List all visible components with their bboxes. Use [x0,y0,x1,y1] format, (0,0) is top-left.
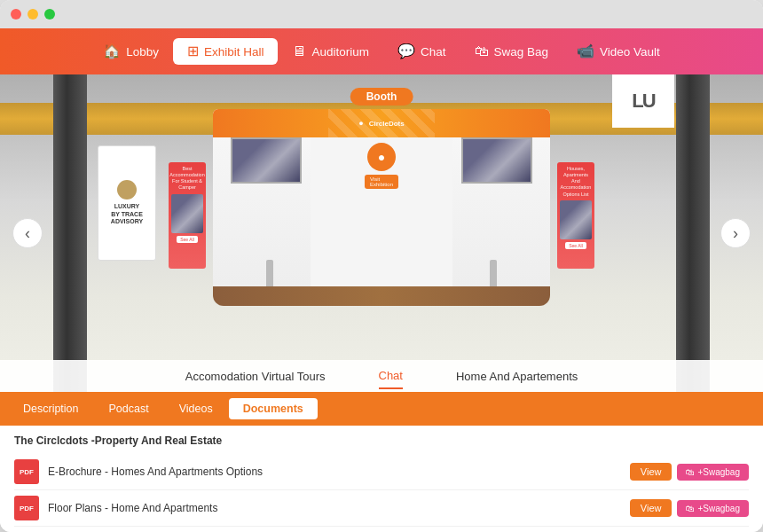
hall-bottom-tabs: Accomodation Virtual Tours Chat Home And… [0,360,763,392]
nav-label-swag-bag: Swag Bag [494,45,549,59]
content-tabs-bar: Description Podcast Videos Documents [0,392,763,426]
booth-center: ● VisitExhibition [311,137,452,286]
swag-label-1: +Swagbag [697,467,740,477]
nav-item-auditorium[interactable]: 🖥 Auditorium [278,38,383,65]
swagbag-button-2[interactable]: 🛍 +Swagbag [677,500,749,517]
pillar-right [676,74,710,392]
booth-banner-left-img [171,194,203,233]
auditorium-icon: 🖥 [292,44,306,59]
nav-label-chat: Chat [421,45,446,59]
close-dot[interactable] [11,9,21,20]
booth-label[interactable]: Booth [350,88,413,106]
doc-row-2: PDF Floor Plans - Home And Apartments Vi… [14,490,749,527]
luxury-subtitle: BY TRACE ADVISORY [102,211,152,226]
swagbag-button-1[interactable]: 🛍 +Swagbag [677,464,749,481]
booth-floor [213,286,550,306]
next-arrow-button[interactable]: › [720,218,751,248]
nav-item-chat[interactable]: 💬 Chat [383,38,460,65]
hall-tab-accommodation[interactable]: Accomodation Virtual Tours [185,364,326,388]
pdf-icon-1: PDF [14,459,39,484]
doc-name-2: Floor Plans - Home And Apartments [48,502,621,514]
docs-section-title: The Circlcdots -Property And Real Estate [14,434,749,447]
top-right-text: LU [632,90,654,113]
tab-podcast[interactable]: Podcast [95,398,163,419]
booth-banner-right: Houses,Apartments AndAccomodationOptions… [557,162,594,269]
booth-banner-left-text: BestAccommodationFor Student &Camper [169,166,204,192]
booth-screen-left [231,137,302,184]
view-button-1[interactable]: View [630,463,673,481]
doc-actions-2: View 🛍 +Swagbag [630,499,749,517]
nav-label-exhibit-hall: Exhibit Hall [204,45,264,59]
nav-label-video-vault: Video Vault [600,45,660,59]
tab-description[interactable]: Description [9,398,93,419]
doc-actions-1: View 🛍 +Swagbag [630,463,749,481]
browser-window: 🏠 Lobby ⊞ Exhibit Hall 🖥 Auditorium 💬 Ch… [0,0,763,532]
pillar-left [53,74,87,392]
booth-main: ● CircleDots ● VisitExhibi [213,109,550,286]
side-banner-left: LUXURY BY TRACE ADVISORY [98,145,156,261]
docs-area: The Circlcdots -Property And Real Estate… [0,426,763,532]
hall-tab-home-apartments[interactable]: Home And Apartements [456,364,578,388]
booth-brand: CircleDots [369,120,405,128]
booth-banner-left-btn[interactable]: See All [177,236,198,243]
tab-documents[interactable]: Documents [229,398,318,419]
swag-label-2: +Swagbag [697,504,740,513]
booth-screen-image-left [232,139,300,182]
booth-screen-image-right [463,139,531,182]
pdf-icon-2: PDF [14,496,39,520]
doc-row-1: PDF E-Brochure - Homes And Apartments Op… [14,454,749,490]
luxury-logo [117,180,137,200]
exhibit-icon: ⊞ [187,44,199,59]
booth-top-strip: ● CircleDots [213,109,550,137]
booth-logo-circle: ● [367,143,396,171]
booth-container: Booth ● CircleDots [213,88,550,306]
nav-item-lobby[interactable]: 🏠 Lobby [89,38,173,65]
booth-screen-right [461,137,532,184]
nav-item-exhibit-hall[interactable]: ⊞ Exhibit Hall [173,38,279,65]
nav-label-lobby: Lobby [126,45,159,59]
view-button-2[interactable]: View [630,499,673,517]
booth-banner-right-img [560,200,592,239]
booth-banner-left: BestAccommodationFor Student &Camper See… [169,162,206,269]
top-right-logo: LU [612,74,674,128]
booth-video-btn[interactable]: VisitExhibition [365,175,398,189]
nav-bar: 🏠 Lobby ⊞ Exhibit Hall 🖥 Auditorium 💬 Ch… [0,28,763,74]
swag-icon-1: 🛍 [686,467,695,477]
nav-item-video-vault[interactable]: 📹 Video Vault [562,38,674,65]
titlebar [0,0,763,28]
chat-icon: 💬 [397,44,415,59]
video-vault-icon: 📹 [577,44,594,59]
prev-arrow-button[interactable]: ‹ [12,218,43,248]
nav-item-swag-bag[interactable]: 🛍 Swag Bag [460,38,563,65]
tab-videos[interactable]: Videos [165,398,227,419]
booth-banner-right-btn[interactable]: See All [565,242,586,249]
maximize-dot[interactable] [44,9,55,20]
hall-tab-chat[interactable]: Chat [379,364,403,389]
luxury-title: LUXURY [114,203,140,210]
minimize-dot[interactable] [28,9,38,20]
swag-icon-2: 🛍 [686,504,695,513]
hall-area: LUXURY BY TRACE ADVISORY LU Booth ● Circ… [0,74,763,392]
app-container: 🏠 Lobby ⊞ Exhibit Hall 🖥 Auditorium 💬 Ch… [0,28,763,532]
nav-label-auditorium: Auditorium [311,45,369,59]
doc-name-1: E-Brochure - Homes And Apartments Option… [48,466,621,478]
home-icon: 🏠 [103,44,121,59]
swagbag-icon: 🛍 [475,44,489,59]
booth-banner-right-text: Houses,Apartments AndAccomodationOptions… [559,166,593,198]
